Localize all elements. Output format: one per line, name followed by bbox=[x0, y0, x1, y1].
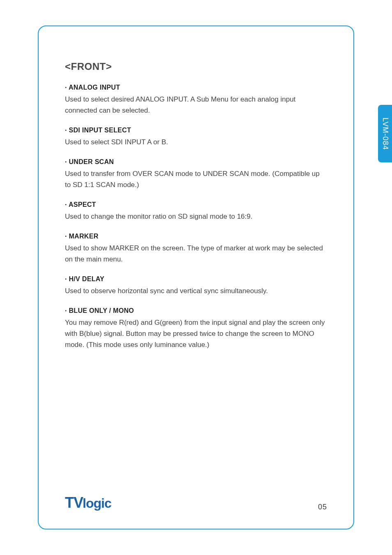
section-description: You may remove R(red) and G(green) from … bbox=[65, 317, 327, 350]
page-section-title: <FRONT> bbox=[65, 61, 327, 72]
section-under-scan: · UNDER SCAN Used to transfer from OVER … bbox=[65, 157, 327, 190]
side-tab-model: LVM-084 bbox=[378, 105, 392, 162]
page-footer: TVlogic 05 bbox=[65, 494, 327, 511]
section-aspect: · ASPECT Used to change the monitor rati… bbox=[65, 199, 327, 222]
brand-logo-part1: TV bbox=[65, 494, 83, 511]
section-heading: · ASPECT bbox=[65, 199, 327, 210]
brand-logo-part2: logic bbox=[83, 496, 111, 511]
page-frame: <FRONT> · ANALOG INPUT Used to select de… bbox=[38, 25, 354, 530]
section-marker: · MARKER Used to show MARKER on the scre… bbox=[65, 231, 327, 265]
section-blue-only-mono: · BLUE ONLY / MONO You may remove R(red)… bbox=[65, 305, 327, 350]
section-description: Used to select SDI INPUT A or B. bbox=[65, 136, 327, 148]
section-description: Used to transfer from OVER SCAN mode to … bbox=[65, 168, 327, 190]
section-description: Used to select desired ANALOG INPUT. A S… bbox=[65, 94, 327, 116]
page-number: 05 bbox=[318, 503, 327, 511]
section-description: Used to show MARKER on the screen. The t… bbox=[65, 243, 327, 265]
section-heading: · UNDER SCAN bbox=[65, 157, 327, 167]
section-analog-input: · ANALOG INPUT Used to select desired AN… bbox=[65, 82, 327, 116]
section-heading: · SDI INPUT SELECT bbox=[65, 125, 327, 136]
section-heading: · H/V DELAY bbox=[65, 274, 327, 284]
section-heading: · BLUE ONLY / MONO bbox=[65, 305, 327, 316]
brand-logo: TVlogic bbox=[65, 494, 111, 511]
section-heading: · ANALOG INPUT bbox=[65, 82, 327, 93]
section-sdi-input-select: · SDI INPUT SELECT Used to select SDI IN… bbox=[65, 125, 327, 148]
section-description: Used to change the monitor ratio on SD s… bbox=[65, 211, 327, 222]
section-description: Used to observe horizontal sync and vert… bbox=[65, 285, 327, 296]
section-heading: · MARKER bbox=[65, 231, 327, 242]
section-hv-delay: · H/V DELAY Used to observe horizontal s… bbox=[65, 274, 327, 296]
